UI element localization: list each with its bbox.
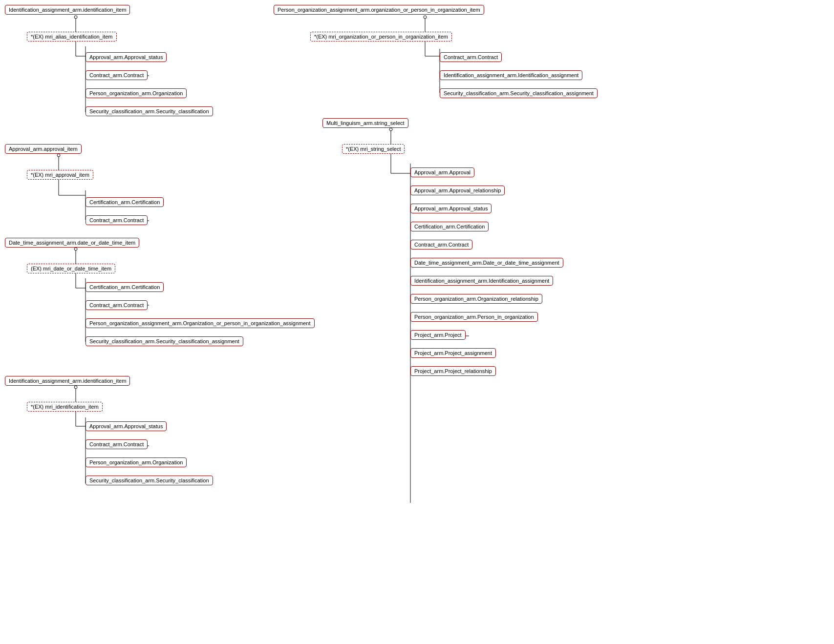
node-g4-child-0: Approval_arm.Approval_status	[86, 421, 167, 431]
node-person-org-assign-item: Person_organization_assignment_arm.organ…	[274, 5, 484, 15]
node-g2-child-0: Certification_arm.Certification	[86, 197, 164, 207]
node-id-assign-ident-item-1: Identification_assignment_arm.identifica…	[5, 5, 130, 15]
node-datetime-arm-item: Date_time_assignment_arm.date_or_date_ti…	[5, 238, 139, 248]
node-g6-child-7: Person_organization_arm.Organization_rel…	[410, 294, 542, 304]
node-g6-child-9: Project_arm.Project	[410, 330, 466, 340]
node-g1-child-2: Person_organization_arm.Organization	[86, 88, 187, 98]
node-approval-arm-item: Approval_arm.approval_item	[5, 144, 82, 154]
node-g5-child-1: Identification_assignment_arm.Identifica…	[440, 70, 582, 80]
node-ex-datetime-item: (EX) mri_date_or_date_time_item	[27, 264, 115, 273]
node-multi-linguism-arm: Multi_linguism_arm.string_select	[322, 118, 408, 128]
node-g4-child-1: Contract_arm.Contract	[86, 439, 148, 449]
node-ex-org-person-item: *(EX) mri_organization_or_person_in_orga…	[310, 32, 452, 42]
node-g1-child-3: Security_classification_arm.Security_cla…	[86, 106, 213, 116]
node-g3-child-2: Person_organization_assignment_arm.Organ…	[86, 318, 315, 328]
node-g3-child-1: Contract_arm.Contract	[86, 300, 148, 310]
node-g2-child-1: Contract_arm.Contract	[86, 215, 148, 225]
svg-point-2	[74, 16, 77, 19]
node-g6-child-1: Approval_arm.Approval_relationship	[410, 186, 505, 195]
node-ex-string-select: *(EX) mri_string_select	[342, 144, 405, 154]
node-g4-child-3: Security_classification_arm.Security_cla…	[86, 476, 213, 485]
node-ex-ident-item: *(EX) mri_identification_item	[27, 402, 103, 412]
svg-point-27	[74, 386, 77, 389]
node-id-assign-ident-item-2: Identification_assignment_arm.identifica…	[5, 376, 130, 386]
node-g6-child-0: Approval_arm.Approval	[410, 167, 474, 177]
node-g4-child-2: Person_organization_arm.Organization	[86, 457, 187, 467]
svg-point-36	[424, 16, 427, 19]
node-g6-child-6: Identification_assignment_arm.Identifica…	[410, 276, 553, 286]
svg-point-11	[57, 154, 60, 157]
node-g3-child-3: Security_classification_arm.Security_cla…	[86, 336, 243, 346]
svg-point-44	[389, 128, 392, 131]
node-g6-child-8: Person_organization_arm.Person_in_organi…	[410, 312, 538, 322]
node-g6-child-4: Contract_arm.Contract	[410, 240, 472, 249]
node-ex-approval-item: *(EX) mri_approval_item	[27, 170, 93, 180]
node-g3-child-0: Certification_arm.Certification	[86, 282, 164, 292]
node-g5-child-2: Security_classification_arm.Security_cla…	[440, 88, 598, 98]
node-ex-alias-ident-item: *(EX) mri_alias_identification_item	[27, 32, 117, 42]
node-g6-child-10: Project_arm.Project_assignment	[410, 348, 496, 358]
node-g6-child-3: Certification_arm.Certification	[410, 222, 489, 231]
node-g6-child-5: Date_time_assignment_arm.Date_or_date_ti…	[410, 258, 563, 268]
node-g6-child-11: Project_arm.Project_relationship	[410, 366, 496, 376]
node-g5-child-0: Contract_arm.Contract	[440, 52, 502, 62]
node-g1-child-0: Approval_arm.Approval_status	[86, 52, 167, 62]
node-g6-child-2: Approval_arm.Approval_status	[410, 204, 492, 213]
svg-point-18	[74, 248, 77, 250]
diagram-container: Identification_assignment_arm.identifica…	[0, 0, 834, 644]
node-g1-child-1: Contract_arm.Contract	[86, 70, 148, 80]
